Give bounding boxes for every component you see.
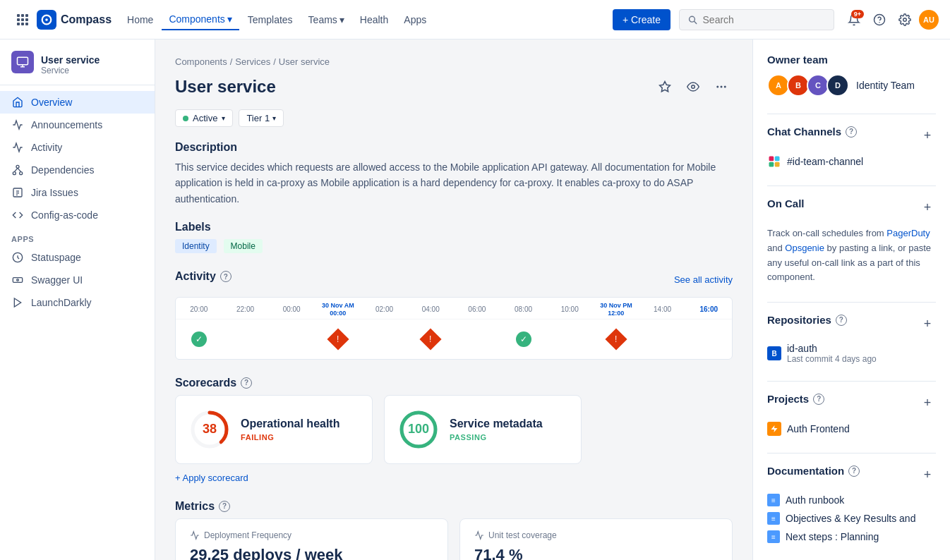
breadcrumb-current: User service: [279, 56, 330, 67]
help-button[interactable]: [868, 8, 891, 31]
add-on-call-button[interactable]: +: [919, 200, 936, 217]
sidebar-item-overview[interactable]: Overview: [0, 91, 155, 114]
nav-templates[interactable]: Templates: [241, 10, 300, 30]
sidebar-item-jira-issues[interactable]: Jira Issues: [0, 181, 155, 204]
add-repo-button[interactable]: +: [919, 316, 936, 333]
scorecard-info-0: Operational health FAILING: [241, 418, 358, 442]
activity-info-icon[interactable]: ?: [220, 271, 232, 282]
svg-point-35: [724, 86, 726, 88]
metric-deployment-frequency[interactable]: Deployment Frequency 29.25 deploys / wee…: [175, 518, 448, 560]
avatar-4: D: [826, 74, 849, 97]
notifications-button[interactable]: 9+: [843, 8, 865, 31]
chat-info-icon[interactable]: ?: [846, 126, 857, 138]
sidebar-item-activity[interactable]: Activity: [0, 136, 155, 159]
project-item[interactable]: Auth Frontend: [767, 422, 936, 436]
repo-item[interactable]: B id-auth Last commit 4 days ago: [767, 343, 936, 364]
settings-button[interactable]: [894, 8, 916, 31]
repos-info-icon[interactable]: ?: [836, 315, 847, 326]
event-success-7[interactable]: ✓: [516, 331, 531, 347]
launchdarkly-icon: [11, 297, 24, 308]
add-doc-button[interactable]: +: [919, 467, 936, 484]
top-navigation: Compass Home Components ▾ Templates Team…: [0, 0, 950, 39]
logo[interactable]: Compass: [37, 10, 112, 30]
more-options-button[interactable]: [710, 75, 733, 98]
add-channel-button[interactable]: +: [919, 128, 936, 145]
svg-rect-0: [17, 14, 20, 17]
see-all-activity-button[interactable]: See all activity: [674, 274, 733, 285]
app-layout: User service Service Overview Announceme…: [0, 39, 950, 560]
label-identity[interactable]: Identity: [175, 239, 217, 253]
service-icon: [11, 51, 34, 73]
nav-teams[interactable]: Teams ▾: [301, 10, 351, 30]
score-38: 38: [203, 422, 217, 437]
sidebar-item-statuspage[interactable]: Statuspage: [0, 246, 155, 269]
doc-item-1[interactable]: ≡ Objectives & Key Results and: [767, 512, 936, 525]
event-warning-5[interactable]: !: [420, 328, 442, 350]
sidebar-item-config-as-code[interactable]: Config-as-code: [0, 204, 155, 226]
sidebar-item-dependencies[interactable]: Dependencies: [0, 159, 155, 181]
sidebar-item-announcements[interactable]: Announcements: [0, 114, 155, 136]
svg-rect-41: [775, 157, 780, 162]
event-warning-9[interactable]: !: [605, 328, 627, 350]
status-badge[interactable]: Active ▾: [175, 109, 233, 127]
overview-icon: [11, 97, 24, 108]
breadcrumb-services[interactable]: Services: [235, 56, 270, 67]
timeline-cell-0: ✓: [176, 325, 222, 353]
pagerduty-link[interactable]: PagerDuty: [886, 228, 930, 238]
repositories-title: Repositories ?: [767, 314, 847, 326]
star-button[interactable]: [654, 75, 676, 98]
doc-icon-1: ≡: [767, 512, 780, 525]
svg-point-29: [17, 279, 19, 281]
activity-header: Activity ? See all activity: [175, 270, 733, 288]
add-project-button[interactable]: +: [919, 395, 936, 412]
channel-item[interactable]: #id-team-channel: [767, 154, 936, 169]
projects-section: Projects ? + Auth Frontend: [767, 393, 936, 436]
watch-button[interactable]: [682, 75, 704, 98]
svg-rect-1: [21, 14, 24, 17]
docs-info-icon[interactable]: ?: [848, 465, 860, 477]
scorecard-service-metadata[interactable]: 100 Service metadata PASSING: [384, 395, 582, 464]
svg-marker-30: [14, 298, 20, 307]
metrics-info-icon[interactable]: ?: [219, 501, 230, 512]
scorecards-info-icon[interactable]: ?: [241, 377, 252, 389]
nav-apps[interactable]: Apps: [397, 10, 433, 30]
create-button[interactable]: + Create: [613, 9, 671, 30]
event-success-0[interactable]: ✓: [191, 331, 207, 347]
topnav-icon-area: 9+ AU: [843, 8, 939, 31]
description-title: Description: [175, 141, 733, 154]
event-warning-3[interactable]: !: [327, 328, 349, 350]
opsgenie-link[interactable]: Opsgenie: [785, 243, 824, 253]
doc-item-0[interactable]: ≡ Auth runbook: [767, 494, 936, 506]
badges-row: Active ▾ Tier 1 ▾: [175, 109, 733, 127]
score-circle-38: 38: [190, 410, 229, 449]
scorecard-operational-health[interactable]: 38 Operational health FAILING: [175, 395, 373, 464]
nav-health[interactable]: Health: [353, 10, 395, 30]
sidebar: User service Service Overview Announceme…: [0, 39, 155, 560]
user-avatar[interactable]: AU: [919, 10, 939, 30]
sidebar-item-launchdarkly[interactable]: LaunchDarkly: [0, 291, 155, 314]
tier-chevron: ▾: [272, 114, 276, 122]
project-name: Auth Frontend: [787, 423, 850, 434]
apply-scorecard-button[interactable]: + Apply scorecard: [175, 473, 248, 483]
svg-rect-8: [25, 23, 28, 25]
announcements-icon: [11, 119, 24, 130]
svg-rect-42: [769, 162, 774, 167]
nav-components[interactable]: Components ▾: [162, 9, 239, 30]
nav-home[interactable]: Home: [120, 10, 160, 30]
activity-timeline: 20:00 22:00 00:00 30 Nov AM00:00 02:00 0…: [175, 297, 733, 360]
label-mobile[interactable]: Mobile: [224, 239, 263, 253]
search-bar[interactable]: [679, 9, 834, 30]
content-area: Components / Services / User service Use…: [155, 39, 752, 560]
grid-menu-button[interactable]: [11, 8, 34, 31]
tier-badge[interactable]: Tier 1 ▾: [239, 109, 284, 127]
projects-info-icon[interactable]: ?: [813, 394, 824, 405]
breadcrumb-components[interactable]: Components: [175, 56, 227, 67]
slack-icon: [767, 154, 781, 169]
doc-item-2[interactable]: ≡ Next steps : Planning: [767, 530, 936, 543]
metrics-title: Metrics ?: [175, 500, 733, 513]
sidebar-item-swagger-ui[interactable]: Swagger UI: [0, 269, 155, 291]
metric-unit-test-coverage[interactable]: Unit test coverage 71.4 %: [459, 518, 733, 560]
search-input[interactable]: [703, 14, 825, 25]
svg-line-12: [695, 21, 697, 23]
on-call-title: On Call: [767, 197, 805, 209]
